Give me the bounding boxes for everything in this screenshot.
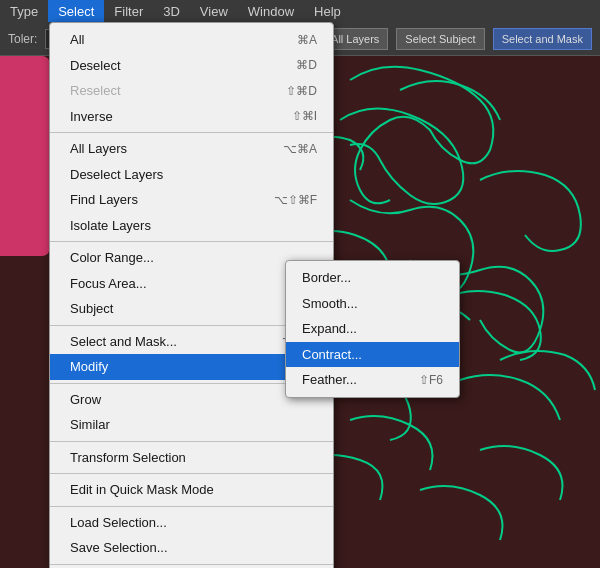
menu-item-isolate-layers[interactable]: Isolate Layers xyxy=(50,213,333,239)
submenu-item-contract[interactable]: Contract... xyxy=(286,342,459,368)
sep2 xyxy=(50,241,333,242)
submenu-item-smooth[interactable]: Smooth... xyxy=(286,291,459,317)
modify-submenu: Border... Smooth... Expand... Contract..… xyxy=(285,260,460,398)
menu-item-save-selection[interactable]: Save Selection... xyxy=(50,535,333,561)
submenu-item-expand[interactable]: Expand... xyxy=(286,316,459,342)
menu-item-all-layers[interactable]: All Layers ⌥⌘A xyxy=(50,136,333,162)
menu-type[interactable]: Type xyxy=(0,0,48,22)
left-shape xyxy=(0,56,50,256)
tolerance-label: Toler: xyxy=(8,32,37,46)
sep8 xyxy=(50,564,333,565)
sep1 xyxy=(50,132,333,133)
submenu-item-feather[interactable]: Feather... ⇧F6 xyxy=(286,367,459,393)
menu-item-load-selection[interactable]: Load Selection... xyxy=(50,510,333,536)
menu-item-all[interactable]: All ⌘A xyxy=(50,27,333,53)
sep5 xyxy=(50,441,333,442)
sep6 xyxy=(50,473,333,474)
menu-item-find-layers[interactable]: Find Layers ⌥⇧⌘F xyxy=(50,187,333,213)
menu-3d[interactable]: 3D xyxy=(153,0,190,22)
sep7 xyxy=(50,506,333,507)
menu-item-transform-selection[interactable]: Transform Selection xyxy=(50,445,333,471)
menu-view[interactable]: View xyxy=(190,0,238,22)
menu-item-similar[interactable]: Similar xyxy=(50,412,333,438)
select-and-mask-button[interactable]: Select and Mask xyxy=(493,28,592,50)
menu-select[interactable]: Select xyxy=(48,0,104,22)
menu-filter[interactable]: Filter xyxy=(104,0,153,22)
menu-window[interactable]: Window xyxy=(238,0,304,22)
menu-item-deselect[interactable]: Deselect ⌘D xyxy=(50,53,333,79)
menu-item-reselect[interactable]: Reselect ⇧⌘D xyxy=(50,78,333,104)
menubar: Type Select Filter 3D View Window Help xyxy=(0,0,600,22)
submenu-item-border[interactable]: Border... xyxy=(286,265,459,291)
menu-item-inverse[interactable]: Inverse ⇧⌘I xyxy=(50,104,333,130)
menu-help[interactable]: Help xyxy=(304,0,351,22)
menu-item-deselect-layers[interactable]: Deselect Layers xyxy=(50,162,333,188)
select-subject-button[interactable]: Select Subject xyxy=(396,28,484,50)
menu-item-edit-quick-mask[interactable]: Edit in Quick Mask Mode xyxy=(50,477,333,503)
